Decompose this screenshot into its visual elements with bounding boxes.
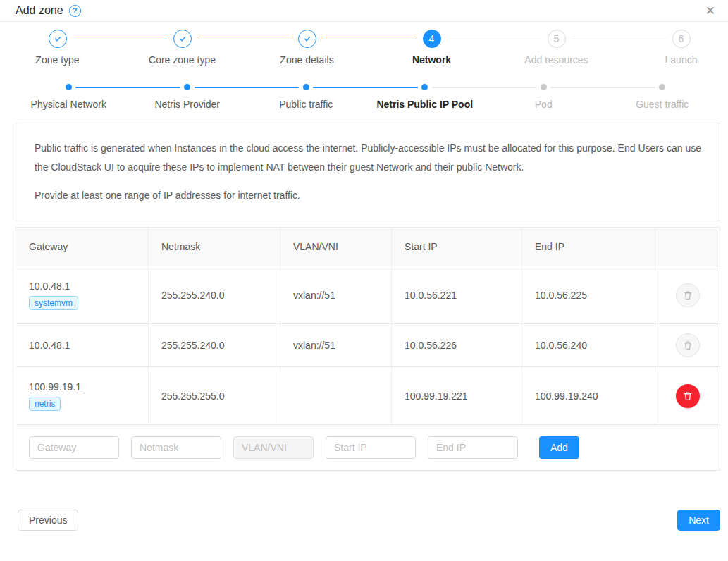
- step-dot-icon: [659, 84, 665, 90]
- trash-icon-button[interactable]: [676, 384, 700, 408]
- cell-gateway: 10.0.48.1: [16, 324, 149, 366]
- cell-vlan: [280, 367, 392, 424]
- step-dot-icon: [184, 84, 190, 90]
- step-zone-details: Zone details: [245, 30, 369, 66]
- substep-public-traffic: Public traffic: [247, 81, 366, 110]
- close-icon[interactable]: ✕: [701, 4, 720, 18]
- modal-footer: Previous Next: [0, 510, 728, 542]
- cell-end-ip: 10.0.56.225: [522, 266, 655, 323]
- substep-netris-provider: Netris Provider: [128, 81, 247, 110]
- substep-netris-public-ip-pool: Netris Public IP Pool: [366, 81, 485, 110]
- substep-pod: Pod: [484, 81, 603, 110]
- column-header-end-ip: End IP: [522, 228, 655, 266]
- cell-gateway: 10.0.48.1 systemvm: [16, 266, 149, 323]
- trash-icon-button: [676, 333, 700, 357]
- step-launch: 6 Launch: [619, 30, 728, 66]
- cell-actions: [655, 266, 720, 323]
- wizard-stepper: Zone type Core zone type Zone details 4 …: [0, 30, 728, 66]
- step-number-badge: 4: [423, 30, 441, 48]
- page-title: Add zone: [16, 4, 63, 17]
- add-zone-modal: Add zone ? ✕ Zone type Core zone type: [0, 0, 728, 542]
- cell-end-ip: 10.0.56.240: [522, 324, 655, 366]
- question-circle-icon[interactable]: ?: [69, 5, 81, 17]
- step-number-badge: 5: [548, 30, 566, 48]
- add-button[interactable]: Add: [539, 436, 579, 459]
- cell-vlan: vxlan://51: [280, 324, 392, 366]
- cell-netmask: 255.255.255.0: [149, 367, 280, 424]
- next-button[interactable]: Next: [677, 510, 720, 531]
- step-network: 4 Network: [369, 30, 494, 66]
- step-add-resources: 5 Add resources: [494, 30, 619, 66]
- step-core-zone-type: Core zone type: [120, 30, 245, 66]
- column-header-gateway: Gateway: [16, 228, 149, 266]
- gateway-input[interactable]: [29, 436, 119, 459]
- cell-start-ip: 100.99.19.221: [392, 367, 522, 424]
- start-ip-input[interactable]: [326, 436, 416, 459]
- column-header-actions: [655, 228, 720, 266]
- previous-button[interactable]: Previous: [18, 510, 78, 531]
- check-circle-icon: [173, 30, 192, 48]
- column-header-vlan: VLAN/VNI: [280, 228, 392, 266]
- substep-physical-network: Physical Network: [9, 81, 128, 110]
- cell-gateway: 100.99.19.1 netris: [16, 367, 149, 424]
- table-row: 10.0.48.1 systemvm 255.255.240.0 vxlan:/…: [16, 266, 720, 323]
- public-traffic-info-box: Public traffic is generated when Instanc…: [16, 123, 720, 221]
- cell-netmask: 255.255.240.0: [149, 266, 280, 323]
- add-range-form: Add: [16, 424, 720, 470]
- step-number-badge: 6: [672, 30, 691, 48]
- step-dot-icon: [66, 84, 72, 90]
- trash-icon-button: [676, 283, 700, 307]
- check-circle-icon: [49, 30, 67, 48]
- table-row: 10.0.48.1 255.255.240.0 vxlan://51 10.0.…: [16, 323, 720, 366]
- cell-actions: [655, 324, 720, 366]
- modal-body: Zone type Core zone type Zone details 4 …: [0, 22, 728, 471]
- cell-netmask: 255.255.240.0: [149, 324, 280, 366]
- info-paragraph: Provide at least one range of IP address…: [35, 186, 701, 205]
- netris-tag: netris: [29, 397, 61, 411]
- network-substepper: Physical Network Netris Provider Public …: [9, 81, 722, 110]
- vlan-input: [233, 436, 314, 459]
- column-header-netmask: Netmask: [149, 228, 280, 266]
- cell-vlan: vxlan://51: [280, 266, 392, 323]
- cell-actions: [655, 367, 720, 424]
- info-paragraph: Public traffic is generated when Instanc…: [35, 139, 701, 177]
- step-dot-icon: [421, 84, 428, 90]
- netmask-input[interactable]: [131, 436, 221, 459]
- modal-header: Add zone ? ✕: [0, 0, 728, 22]
- column-header-start-ip: Start IP: [392, 228, 522, 266]
- cell-start-ip: 10.0.56.226: [392, 324, 522, 366]
- step-dot-icon: [303, 84, 309, 90]
- table-header-row: Gateway Netmask VLAN/VNI Start IP End IP: [16, 228, 720, 266]
- ip-range-table: Gateway Netmask VLAN/VNI Start IP End IP…: [16, 227, 720, 471]
- systemvm-tag: systemvm: [29, 296, 78, 310]
- table-row: 100.99.19.1 netris 255.255.255.0 100.99.…: [16, 366, 720, 424]
- cell-start-ip: 10.0.56.221: [392, 266, 522, 323]
- check-circle-icon: [298, 30, 316, 48]
- cell-end-ip: 100.99.19.240: [522, 367, 655, 424]
- step-dot-icon: [541, 84, 547, 90]
- substep-guest-traffic: Guest traffic: [603, 81, 722, 110]
- step-zone-type: Zone type: [0, 30, 120, 66]
- end-ip-input[interactable]: [428, 436, 518, 459]
